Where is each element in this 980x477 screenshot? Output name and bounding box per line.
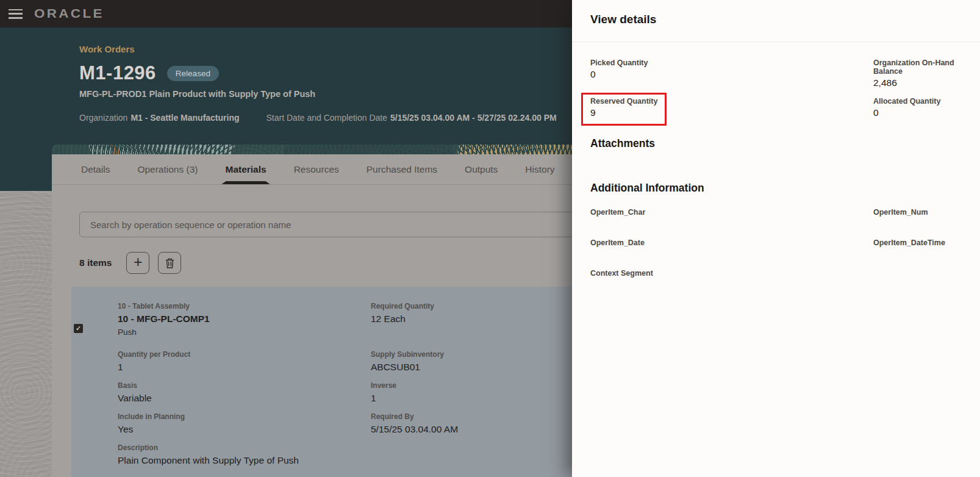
drawer-divider bbox=[572, 41, 980, 42]
oracle-logo: ORACLE bbox=[34, 7, 104, 21]
include-in-planning-cell: Include in Planning Yes bbox=[118, 412, 371, 435]
delete-button[interactable] bbox=[158, 252, 181, 274]
organization-label: Organization bbox=[79, 113, 127, 123]
tab-materials[interactable]: Materials bbox=[225, 154, 266, 184]
organization-field: OrganizationM1 - Seattle Manufacturing bbox=[79, 113, 240, 123]
tab-operations[interactable]: Operations (3) bbox=[137, 154, 198, 184]
plus-icon: + bbox=[134, 253, 143, 271]
dates-label: Start Date and Completion Date bbox=[266, 113, 387, 123]
additional-information-grid: OperItem_Char OperItem_Num OperItem_Date… bbox=[590, 208, 962, 278]
organization-value: M1 - Seattle Manufacturing bbox=[131, 113, 239, 123]
quantity-stats-grid: Picked Quantity 0 Organization On-Hand B… bbox=[590, 59, 962, 118]
operitem-char-label: OperItem_Char bbox=[590, 208, 873, 217]
row-checkbox-checked[interactable]: ✓ bbox=[74, 324, 83, 333]
view-details-drawer: View details Picked Quantity 0 Organizat… bbox=[572, 0, 980, 477]
basis-cell: Basis Variable bbox=[118, 381, 371, 404]
add-button[interactable]: + bbox=[126, 252, 149, 274]
supply-type: Push bbox=[118, 328, 371, 337]
picked-quantity-stat: Picked Quantity 0 bbox=[590, 59, 873, 88]
items-count: 8 items bbox=[79, 257, 112, 268]
work-order-meta: OrganizationM1 - Seattle Manufacturing S… bbox=[79, 113, 590, 123]
organization-on-hand-balance-stat: Organization On-Hand Balance 2,486 bbox=[873, 59, 962, 88]
tab-details[interactable]: Details bbox=[81, 154, 110, 184]
drawer-title: View details bbox=[590, 13, 962, 26]
check-icon: ✓ bbox=[76, 325, 81, 332]
reserved-quantity-stat-highlighted: Reserved Quantity 9 bbox=[581, 93, 667, 126]
hamburger-menu-icon[interactable] bbox=[9, 9, 23, 19]
item-number: 10 - MFG-PL-COMP1 bbox=[118, 313, 371, 325]
material-item-cell: 10 - Tablet Assembly 10 - MFG-PL-COMP1 P… bbox=[118, 302, 371, 342]
breadcrumb-work-orders[interactable]: Work Orders bbox=[79, 44, 135, 54]
required-by-cell: Required By 5/15/25 03.04.00 AM bbox=[371, 412, 458, 435]
tab-resources[interactable]: Resources bbox=[294, 154, 339, 184]
dates-field: Start Date and Completion Date5/15/25 03… bbox=[266, 113, 557, 123]
supply-subinventory-cell: Supply Subinventory ABCSUB01 bbox=[371, 350, 458, 373]
tab-outputs[interactable]: Outputs bbox=[465, 154, 498, 184]
operation-label: 10 - Tablet Assembly bbox=[118, 302, 371, 310]
allocated-quantity-stat: Allocated Quantity 0 bbox=[873, 97, 962, 118]
operitem-num-label: OperItem_Num bbox=[873, 208, 962, 217]
tab-purchased-items[interactable]: Purchased Items bbox=[367, 154, 437, 184]
status-badge: Released bbox=[167, 66, 219, 81]
dates-value: 5/15/25 03.04.00 AM - 5/27/25 02.24.00 P… bbox=[390, 113, 557, 123]
page-title: M1-1296 bbox=[79, 62, 156, 84]
operitem-date-label: OperItem_Date bbox=[590, 238, 873, 247]
operitem-datetime-label: OperItem_DateTime bbox=[873, 238, 962, 247]
tab-history[interactable]: History bbox=[525, 154, 554, 184]
work-order-subtitle: MFG-PL-PROD1 Plain Product with Supply T… bbox=[79, 89, 315, 99]
additional-information-heading: Additional Information bbox=[590, 182, 962, 195]
quantity-per-product-cell: Quantity per Product 1 bbox=[118, 350, 371, 373]
context-segment-label: Context Segment bbox=[590, 269, 873, 278]
attachments-heading: Attachments bbox=[590, 137, 962, 150]
trash-icon bbox=[165, 258, 174, 268]
required-quantity-cell: Required Quantity 12 Each bbox=[371, 302, 458, 342]
inverse-cell: Inverse 1 bbox=[371, 381, 458, 404]
description-cell: Description Plain Component with Supply … bbox=[118, 443, 371, 466]
